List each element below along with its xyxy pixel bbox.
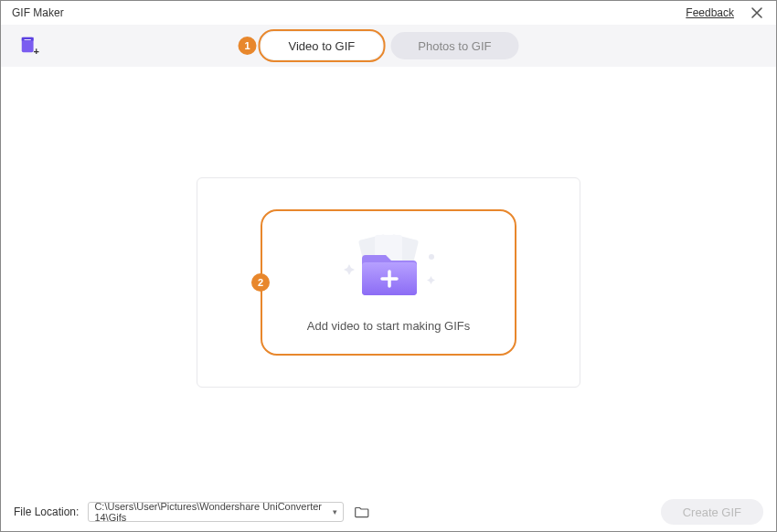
close-icon (750, 6, 763, 19)
window-title: GIF Maker (12, 6, 64, 19)
chevron-down-icon: ▾ (333, 507, 337, 516)
drop-card: 2 (197, 177, 580, 388)
callout-badge-2: 2 (251, 273, 270, 292)
svg-point-6 (429, 254, 434, 260)
folder-illustration (329, 233, 448, 306)
app-logo-icon: + (19, 36, 39, 56)
tab-photos-to-gif[interactable]: Photos to GIF (390, 32, 518, 59)
create-gif-button: Create GIF (661, 499, 763, 525)
feedback-link[interactable]: Feedback (686, 6, 734, 19)
file-location-select[interactable]: C:\Users\User\Pictures\Wondershare UniCo… (88, 502, 344, 522)
callout-badge-1: 1 (239, 37, 257, 55)
close-button[interactable] (749, 5, 765, 21)
dropzone-prompt: Add video to start making GIFs (307, 319, 470, 333)
browse-folder-button[interactable] (353, 503, 371, 521)
folder-icon (355, 505, 369, 518)
add-video-dropzone[interactable]: 2 (261, 209, 516, 356)
tab-video-to-gif[interactable]: Video to GIF (261, 32, 383, 59)
svg-text:+: + (34, 46, 39, 56)
file-location-label: File Location: (14, 505, 79, 518)
file-location-path: C:\Users\User\Pictures\Wondershare UniCo… (94, 501, 333, 523)
